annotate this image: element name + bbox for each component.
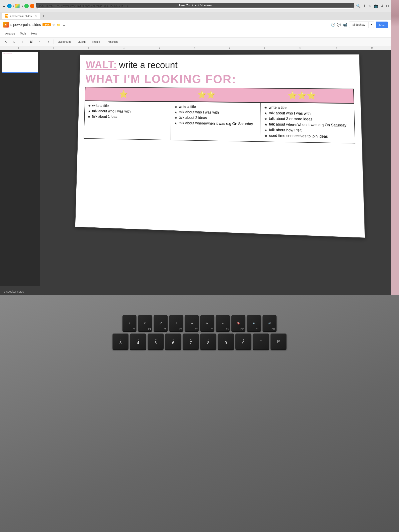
- slide-canvas-area[interactable]: WALT: write a recount WHAT I'M LOOKING F…: [40, 50, 391, 286]
- key-f7[interactable]: ⏮ F7: [185, 315, 199, 331]
- key-f6-icon: ☽: [175, 322, 177, 324]
- folder-icon[interactable]: 📁: [57, 23, 61, 27]
- select-tool[interactable]: ⊡: [11, 39, 18, 45]
- key-f12[interactable]: 🔊 F12: [263, 315, 277, 331]
- url-bar[interactable]: on/d/1M3ytf3STlvClv2MMddrMxGnvfZ9Rlnsh/e…: [36, 3, 355, 9]
- slideshow-button-group: Slideshow ▼: [349, 22, 374, 28]
- key-f5[interactable]: 🎤 F5: [154, 315, 168, 331]
- browser-icon-colorful[interactable]: [15, 4, 19, 8]
- key-amp-symbol: &: [190, 338, 191, 341]
- key-f11-icon: 🔉: [253, 322, 255, 324]
- number-row: # 3 $ 4 % 5 ^ 6 & 7 * 8: [6, 334, 393, 349]
- image-tool[interactable]: 🖼: [27, 39, 35, 45]
- walt-label: WALT:: [86, 59, 117, 70]
- key-minus[interactable]: _ -: [253, 334, 269, 349]
- camera-icon[interactable]: 📹: [343, 23, 347, 27]
- star-bullet: ★: [174, 105, 177, 109]
- text-tool[interactable]: T: [19, 39, 26, 45]
- key-f9-icon: ⏭: [222, 322, 224, 324]
- browser-icon-edge[interactable]: [7, 4, 12, 8]
- browser-icon-arrow[interactable]: ➜: [21, 4, 23, 8]
- key-dollar-4[interactable]: $ 4: [130, 334, 146, 349]
- criteria-text: talk about 1 idea: [92, 114, 118, 119]
- download-icon[interactable]: ⬇: [381, 4, 384, 8]
- key-percent-5[interactable]: % 5: [148, 334, 164, 349]
- tab-bar: PPTX s powerpoint slides ✕ +: [0, 12, 391, 20]
- cast-icon[interactable]: 📺: [374, 4, 378, 8]
- browser-icon-green[interactable]: [24, 4, 29, 8]
- criteria-item: ★ talk about 3 or more ideas: [264, 116, 351, 122]
- key-f6[interactable]: ☽ F6: [169, 315, 183, 331]
- history-icon[interactable]: 🕐: [331, 23, 335, 27]
- pptx-badge: PPTX: [43, 23, 51, 26]
- criteria-item: ★ write a title: [88, 103, 168, 108]
- shape-tool[interactable]: /: [37, 39, 42, 45]
- key-f10[interactable]: 🔇 F10: [231, 315, 245, 331]
- new-tab-btn[interactable]: +: [41, 14, 46, 18]
- share-icon[interactable]: ⬆: [363, 4, 366, 8]
- browser-nav-back[interactable]: ‹: [13, 4, 14, 8]
- star-icon[interactable]: ☆: [52, 23, 55, 27]
- criteria-item: ★ talk about who I was with: [174, 110, 257, 115]
- menu-item-help[interactable]: Help: [29, 31, 39, 36]
- slideshow-btn[interactable]: Slideshow: [349, 22, 368, 28]
- key-dollar-symbol: $: [138, 338, 139, 341]
- speaker-notes[interactable]: d speaker notes: [0, 286, 391, 295]
- transition-btn[interactable]: Transition: [104, 39, 120, 45]
- key-f9[interactable]: ⏭ F9: [216, 315, 230, 331]
- criteria-text: talk about 3 or more ideas: [269, 116, 312, 121]
- cursor-tool[interactable]: ↖: [2, 39, 9, 45]
- browser-icon-w[interactable]: w: [2, 4, 6, 8]
- criteria-col-2: ★ write a title ★ talk about who I was w…: [171, 102, 261, 142]
- browser-icon-orange[interactable]: [30, 4, 34, 8]
- key-close-0[interactable]: ) 0: [235, 334, 251, 349]
- star-bullet: ★: [174, 121, 177, 125]
- key-0-label: 0: [242, 341, 244, 345]
- key-f4-label: F4: [148, 328, 151, 330]
- key-star-8[interactable]: * 8: [200, 334, 216, 349]
- key-amp-7[interactable]: & 7: [183, 334, 199, 349]
- key-hash-3[interactable]: # 3: [113, 334, 128, 349]
- star-bullet: ★: [264, 122, 267, 127]
- key-f7-label: F7: [195, 328, 197, 330]
- slide-thumbnail[interactable]: WALT: write a recount: [2, 52, 38, 73]
- key-f11[interactable]: 🔉 F11: [247, 315, 261, 331]
- share-btn[interactable]: Sh...: [376, 22, 388, 28]
- key-f8-label: F8: [210, 328, 213, 330]
- key-f3-label: F3: [133, 328, 135, 330]
- active-tab[interactable]: PPTX s powerpoint slides ✕: [2, 13, 40, 19]
- key-percent-symbol: %: [155, 338, 157, 341]
- key-f3[interactable]: ☀ F3: [122, 315, 136, 331]
- tab-close[interactable]: ✕: [35, 14, 37, 18]
- fn-key-row: ☀ F3 ⊞ F4 🎤 F5 ☽ F6 ⏮ F7 ▶ F8: [6, 315, 393, 331]
- criteria-table: ★ write a title ★ talk about who I was w…: [84, 101, 355, 143]
- key-open-9[interactable]: ( 9: [218, 334, 234, 349]
- key-f4[interactable]: ⊞ F4: [138, 315, 152, 331]
- ruler-mark-11: 11: [371, 47, 373, 49]
- star-characters-row: ⭐ ⭐⭐ ⭐⭐⭐: [85, 87, 354, 103]
- search-icon[interactable]: 🔍: [356, 4, 361, 8]
- add-btn[interactable]: +: [45, 39, 52, 45]
- slides-app: G s powerpoint slides PPTX ☆ 📁 ☁ 🕐 💬 📹 S…: [0, 20, 391, 46]
- window-icon[interactable]: ⊡: [386, 4, 389, 8]
- slide-canvas[interactable]: WALT: write a recount WHAT I'M LOOKING F…: [75, 54, 365, 238]
- cloud-icon[interactable]: ☁: [62, 23, 65, 27]
- key-caret-6[interactable]: ^ 6: [165, 334, 181, 349]
- menu-item-arrange[interactable]: Arrange: [3, 31, 17, 36]
- key-f8[interactable]: ▶ F8: [200, 315, 214, 331]
- layout-btn[interactable]: Layout: [76, 39, 88, 45]
- background-btn[interactable]: Background: [55, 39, 74, 45]
- walt-text: write a recount: [119, 60, 177, 70]
- slideshow-dropdown[interactable]: ▼: [368, 22, 374, 28]
- theme-btn[interactable]: Theme: [89, 39, 102, 45]
- key-p[interactable]: P: [271, 334, 286, 349]
- criteria-text: talk about where/when it was e.g On Satu…: [178, 121, 253, 126]
- slides-toolbar: ↖ ⊡ T 🖼 / + Background Layou: [0, 38, 391, 46]
- key-f9-label: F9: [226, 328, 229, 330]
- bookmark-icon[interactable]: ☆: [368, 4, 372, 8]
- ruler-mark-7: 7: [229, 47, 230, 49]
- slide-panel: WALT: write a recount: [0, 50, 40, 286]
- star-figure-1: ⭐: [119, 90, 128, 98]
- menu-item-tools[interactable]: Tools: [18, 31, 29, 36]
- chat-icon[interactable]: 💬: [337, 23, 341, 27]
